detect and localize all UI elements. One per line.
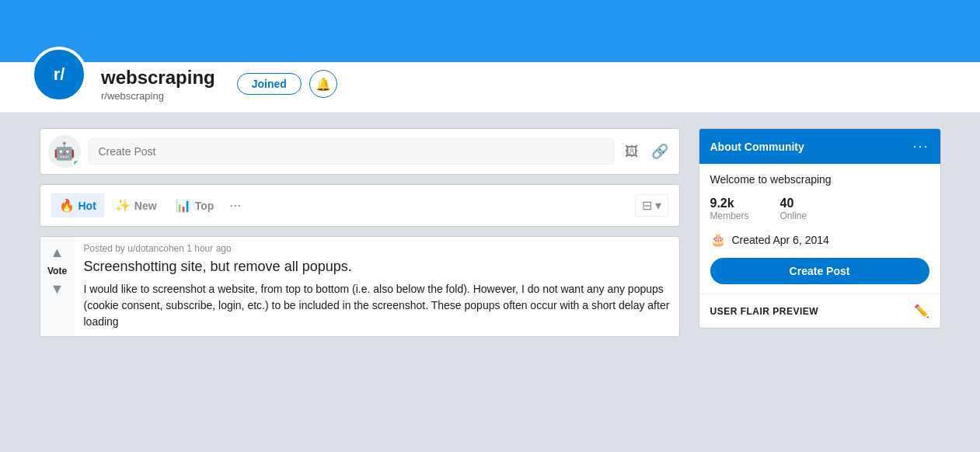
about-community-body: Welcome to webscraping 9.2k Members 40 O… [699,164,940,294]
sort-new[interactable]: ✨ New [107,193,165,217]
view-toggle-icon: ⊟ [642,198,652,213]
top-icon: 📊 [176,198,191,213]
link-icon: 🔗 [651,144,668,159]
create-post-input[interactable] [89,138,614,165]
vote-label: Vote [47,266,67,276]
stats-row: 9.2k Members 40 Online [710,196,929,221]
sort-more-button[interactable]: ··· [225,193,246,218]
sort-hot[interactable]: 🔥 Hot [51,193,104,217]
create-post-box: 🤖 🖼 🔗 [40,128,680,175]
downvote-icon: ▼ [51,281,65,297]
subreddit-info: webscraping r/webscraping [101,64,215,102]
members-value: 9.2k [710,196,749,210]
created-text: Created Apr 6, 2014 [732,234,829,246]
header-banner [0,0,980,62]
online-value: 40 [780,196,807,210]
downvote-button[interactable]: ▼ [49,280,66,299]
hot-icon: 🔥 [59,198,75,213]
edit-flair-button[interactable]: ✏️ [914,304,929,318]
user-flair-section: USER FLAIR PREVIEW ✏️ [699,294,940,328]
image-icon: 🖼 [625,144,639,159]
post-card: ▲ Vote ▼ Posted by u/dotancohen 1 hour a… [40,236,680,337]
bell-icon: 🔔 [316,77,331,92]
sort-top-label: Top [195,200,214,212]
user-avatar: 🤖 [48,135,81,168]
view-toggle-button[interactable]: ⊟ ▾ [635,194,668,217]
main-content: 🤖 🖼 🔗 🔥 Hot ✨ New [24,113,957,353]
post-body: Posted by u/dotancohen 1 hour ago Screen… [75,237,679,336]
image-upload-button[interactable]: 🖼 [622,141,642,163]
sidebar: About Community ··· Welcome to webscrapi… [699,128,941,337]
online-indicator [72,159,80,167]
about-community-card: About Community ··· Welcome to webscrapi… [699,128,941,329]
link-button[interactable]: 🔗 [648,140,671,163]
created-row: 🎂 Created Apr 6, 2014 [710,232,929,247]
sort-top[interactable]: 📊 Top [168,193,222,217]
members-stat: 9.2k Members [710,196,749,221]
create-post-icons: 🖼 🔗 [622,140,671,163]
pencil-icon: ✏️ [914,304,929,318]
post-title[interactable]: Screenshotting site, but remove all popu… [84,259,670,275]
cake-icon: 🎂 [710,232,726,247]
members-label: Members [710,210,749,221]
sort-hot-label: Hot [78,200,96,212]
post-text: I would like to screenshot a website, fr… [84,281,670,330]
subreddit-slug: r/webscraping [101,90,215,102]
sidebar-create-post-button[interactable]: Create Post [710,258,929,284]
joined-button[interactable]: Joined [237,73,302,95]
header-actions: Joined 🔔 [237,67,337,98]
notification-bell-button[interactable]: 🔔 [309,70,337,98]
about-more-button[interactable]: ··· [912,138,929,155]
new-icon: ✨ [115,198,131,213]
upvote-button[interactable]: ▲ [49,243,66,263]
sort-bar: 🔥 Hot ✨ New 📊 Top ··· ⊟ ▾ [40,184,680,227]
feed-column: 🤖 🖼 🔗 🔥 Hot ✨ New [40,128,680,337]
online-stat: 40 Online [780,196,807,221]
chevron-down-icon: ▾ [655,198,661,213]
subreddit-header: r/ webscraping r/webscraping Joined 🔔 [0,62,980,113]
upvote-icon: ▲ [51,245,65,260]
online-label: Online [780,210,807,221]
avatar-icon: 🤖 [54,141,75,162]
about-community-header: About Community ··· [699,129,940,164]
post-meta: Posted by u/dotancohen 1 hour ago [84,243,670,254]
about-welcome-text: Welcome to webscraping [710,173,929,186]
post-vote-column: ▲ Vote ▼ [40,237,75,336]
subreddit-icon-text: r/ [54,64,65,85]
subreddit-icon: r/ [31,47,87,103]
about-community-title: About Community [710,141,804,153]
sort-new-label: New [134,200,157,212]
user-flair-label: USER FLAIR PREVIEW [710,306,819,317]
subreddit-name: webscraping [101,67,215,89]
